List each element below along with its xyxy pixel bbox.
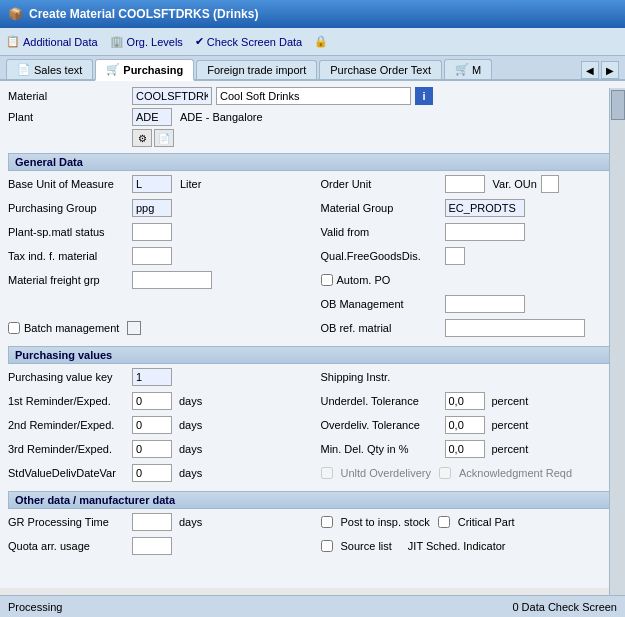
purch-group-left: Purchasing Group — [8, 199, 305, 217]
std-value-input[interactable] — [132, 464, 172, 482]
reminder3-left: 3rd Reminder/Exped. days — [8, 440, 305, 458]
underdel-tol-label: Underdel. Tolerance — [321, 395, 441, 407]
critical-part-checkbox[interactable] — [438, 516, 450, 528]
material-input[interactable] — [132, 87, 212, 105]
reminder1-row: 1st Reminder/Exped. days Underdel. Toler… — [8, 392, 617, 413]
reminder3-label: 3rd Reminder/Exped. — [8, 443, 128, 455]
plant-sp-matl-label: Plant-sp.matl status — [8, 226, 128, 238]
tab-purchasing[interactable]: 🛒 Purchasing — [95, 59, 194, 81]
material-description-input[interactable] — [216, 87, 411, 105]
check-screen-data-btn[interactable]: ✔ Check Screen Data — [195, 35, 302, 48]
tab-sales-text[interactable]: 📄 Sales text — [6, 59, 93, 79]
status-text: Processing — [8, 601, 62, 613]
base-uom-input[interactable] — [132, 175, 172, 193]
var-oun-input[interactable] — [541, 175, 559, 193]
qual-free-goods-label: Qual.FreeGoodsDis. — [321, 250, 441, 262]
plant-doc-btn[interactable]: 📄 — [154, 129, 174, 147]
org-levels-btn[interactable]: 🏢 Org. Levels — [110, 35, 183, 48]
plant-label: Plant — [8, 111, 128, 123]
tabs-bar: 📄 Sales text 🛒 Purchasing Foreign trade … — [0, 56, 625, 81]
gr-processing-left: GR Processing Time days — [8, 513, 305, 531]
order-unit-right: Order Unit Var. OUn — [321, 175, 618, 193]
material-row: Material i — [8, 87, 617, 105]
scrollbar[interactable] — [609, 88, 625, 595]
unltd-overdelivery-label: Unltd Overdelivery — [341, 467, 431, 479]
std-value-left: StdValueDelivDateVar days — [8, 464, 305, 482]
tab-purchase-order-text[interactable]: Purchase Order Text — [319, 60, 442, 79]
underdel-tol-input[interactable] — [445, 392, 485, 410]
plant-sp-matl-input[interactable] — [132, 223, 172, 241]
tab-nav-left[interactable]: ◀ — [581, 61, 599, 79]
post-insp-stock-label: Post to insp. stock — [341, 516, 430, 528]
ob-management-input[interactable] — [445, 295, 525, 313]
additional-data-btn[interactable]: 📋 Additional Data — [6, 35, 98, 48]
material-freight-input[interactable] — [132, 271, 212, 289]
unltd-ack-right: Unltd Overdelivery Acknowledgment Reqd — [321, 467, 618, 479]
plant-settings-btn[interactable]: ⚙ — [132, 129, 152, 147]
ob-ref-right: OB ref. matrial — [321, 319, 618, 337]
min-del-qty-label: Min. Del. Qty in % — [321, 443, 441, 455]
base-uom-row: Base Unit of Measure Liter Order Unit Va… — [8, 175, 617, 196]
order-unit-input[interactable] — [445, 175, 485, 193]
tab-m[interactable]: 🛒 M — [444, 59, 492, 79]
quota-arr-left: Quota arr. usage — [8, 537, 305, 555]
jit-sched-label: JIT Sched. Indicator — [408, 540, 506, 552]
acknowledgment-checkbox[interactable] — [439, 467, 451, 479]
purch-value-key-input[interactable] — [132, 368, 172, 386]
base-uom-label: Base Unit of Measure — [8, 178, 128, 190]
post-insp-stock-checkbox[interactable] — [321, 516, 333, 528]
reminder1-left: 1st Reminder/Exped. days — [8, 392, 305, 410]
min-del-qty-input[interactable] — [445, 440, 485, 458]
scrollbar-thumb — [611, 90, 625, 120]
source-list-checkbox[interactable] — [321, 540, 333, 552]
underdel-tol-unit: percent — [492, 395, 529, 407]
material-group-input[interactable] — [445, 199, 525, 217]
gr-processing-row: GR Processing Time days Post to insp. st… — [8, 513, 617, 534]
batch-mgmt-box — [127, 321, 141, 335]
gr-processing-unit: days — [179, 516, 202, 528]
overdel-right: Overdeliv. Tolerance percent — [321, 416, 618, 434]
reminder1-input[interactable] — [132, 392, 172, 410]
base-uom-desc: Liter — [180, 178, 201, 190]
autom-po-checkbox[interactable] — [321, 274, 333, 286]
reminder2-row: 2nd Reminder/Exped. days Overdeliv. Tole… — [8, 416, 617, 437]
lock-btn[interactable]: 🔒 — [314, 35, 328, 48]
purch-value-key-label: Purchasing value key — [8, 371, 128, 383]
freight-row: Material freight grp Autom. PO — [8, 271, 617, 292]
var-oun-label: Var. OUn — [493, 178, 537, 190]
tab-foreign-trade[interactable]: Foreign trade import — [196, 60, 317, 79]
autom-po-right: Autom. PO — [321, 274, 618, 286]
overdel-tol-unit: percent — [492, 419, 529, 431]
qual-free-goods-input[interactable] — [445, 247, 465, 265]
gr-processing-input[interactable] — [132, 513, 172, 531]
batch-management-checkbox[interactable] — [8, 322, 20, 334]
purchasing-group-label: Purchasing Group — [8, 202, 128, 214]
ob-ref-matrial-input[interactable] — [445, 319, 585, 337]
overdel-tol-input[interactable] — [445, 416, 485, 434]
acknowledgment-label: Acknowledgment Reqd — [459, 467, 572, 479]
purch-group-row: Purchasing Group Material Group — [8, 199, 617, 220]
post-insp-right: Post to insp. stock Critical Part — [321, 516, 618, 528]
reminder2-input[interactable] — [132, 416, 172, 434]
plant-sp-row: Plant-sp.matl status Valid from — [8, 223, 617, 244]
check-screen-status: 0 Data Check Screen — [512, 601, 617, 613]
shipping-instr-label: Shipping Instr. — [321, 371, 441, 383]
tab-sales-text-icon: 📄 — [17, 63, 31, 76]
ob-mgmt-right: OB Management — [321, 295, 618, 313]
purch-val-key-left: Purchasing value key — [8, 368, 305, 386]
unltd-overdelivery-checkbox[interactable] — [321, 467, 333, 479]
source-list-label: Source list — [341, 540, 392, 552]
batch-management-label: Batch management — [24, 322, 119, 334]
material-info-icon[interactable]: i — [415, 87, 433, 105]
plant-buttons-row: ⚙ 📄 — [132, 129, 617, 147]
tax-ind-input[interactable] — [132, 247, 172, 265]
underdel-right: Underdel. Tolerance percent — [321, 392, 618, 410]
tab-nav-right[interactable]: ▶ — [601, 61, 619, 79]
reminder3-input[interactable] — [132, 440, 172, 458]
purchasing-group-input[interactable] — [132, 199, 172, 217]
quota-arr-input[interactable] — [132, 537, 172, 555]
plant-input[interactable] — [132, 108, 172, 126]
valid-from-input[interactable] — [445, 223, 525, 241]
ob-management-label: OB Management — [321, 298, 441, 310]
source-list-right: Source list JIT Sched. Indicator — [321, 540, 618, 552]
